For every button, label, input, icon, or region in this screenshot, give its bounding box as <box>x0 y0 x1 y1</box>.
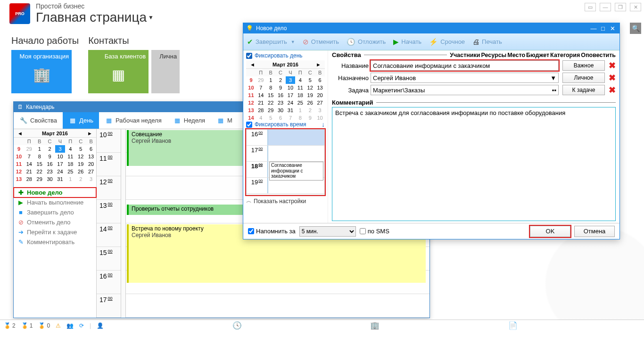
play-icon: ▶ <box>393 38 399 46</box>
lightbulb-icon: 💡 <box>246 25 253 32</box>
remind-checkbox[interactable]: Напомнить за <box>248 228 296 235</box>
schedule-event[interactable]: Согласование информации с заказчиком <box>269 162 323 181</box>
next-month-icon[interactable]: ► <box>85 131 94 136</box>
prev-month-icon[interactable]: ◄ <box>16 131 25 136</box>
dlg-minimize-icon[interactable]: — <box>589 25 598 32</box>
chevron-down-icon[interactable]: ▼ <box>550 74 556 82</box>
show-settings-toggle[interactable]: ︿Показать настройки <box>246 197 325 205</box>
fix-time-checkbox[interactable]: Фиксировать время↓ <box>246 121 325 128</box>
action-comment[interactable]: ✎Комментировать <box>14 237 96 247</box>
assigned-label: Назначено <box>332 74 369 82</box>
comment-textarea[interactable]: Встреча с заказчиком для согласования ин… <box>332 107 616 221</box>
action-cancel[interactable]: ⊘Отменить дело <box>14 217 96 227</box>
to-task-button[interactable]: К задаче <box>562 85 605 95</box>
prev-month-icon[interactable]: ◄ <box>248 62 257 67</box>
app-logo-icon: PRO <box>9 3 30 24</box>
app-header: PRO Простой бизнес Главная страница▼ <box>9 2 154 25</box>
search-icon[interactable]: 🔍 <box>630 23 641 34</box>
status-badge-green[interactable]: 🏅2 <box>4 322 16 329</box>
status-warning-icon[interactable]: ⚠ <box>56 322 61 329</box>
next-month-icon[interactable]: ► <box>314 62 323 67</box>
action-new-task[interactable]: ✚Новое дело <box>14 188 96 197</box>
medal-icon: 🏅 <box>21 322 28 329</box>
new-task-dialog: 💡Новое дело — □ ✕ ✔Завершить▼ ⊘Отменить … <box>243 23 620 239</box>
mini-calendar[interactable]: ПВСЧПСВ929123456107891011121311141516171… <box>14 138 96 183</box>
status-badge-grey[interactable]: 🏅0 <box>38 322 50 329</box>
building-icon: 🏢 <box>33 66 50 83</box>
day-schedule[interactable]: 1600170018001900 Согласование информации… <box>246 129 325 195</box>
name-input[interactable] <box>371 60 559 71</box>
action-goto-task[interactable]: ➔Перейти к задаче <box>14 227 96 237</box>
tab-notify[interactable]: Оповестить <box>581 52 616 58</box>
personal-button[interactable]: Личное <box>562 73 605 83</box>
status-doc-icon[interactable]: 📄 <box>508 321 518 330</box>
tab-resources[interactable]: Ресурсы <box>481 52 506 58</box>
minimize-icon[interactable]: — <box>600 3 611 11</box>
fix-day-checkbox[interactable]: Фиксировать день <box>246 52 325 59</box>
app-subtitle: Простой бизнес <box>36 2 154 10</box>
important-button[interactable]: Важное <box>562 60 605 71</box>
status-building-icon[interactable]: 🏢 <box>370 321 380 330</box>
remind-select[interactable]: 5 мин. <box>299 226 356 237</box>
status-bar: 🏅2 🏅1 🏅0 ⚠ 👥 ⟳ | 👤 🕓 🏢 📄 <box>0 320 644 331</box>
cancel-button[interactable]: Отмена <box>574 226 615 237</box>
card-my-org[interactable]: Моя организация 🏢 <box>11 50 72 93</box>
tb-week[interactable]: ▦Неделя <box>167 112 211 129</box>
card-clients[interactable]: База клиентов ▦ <box>88 50 149 93</box>
dialog-footer: Напомнить за 5 мин. по SMS OK Отмена <box>243 223 619 239</box>
tab-participants[interactable]: Участники <box>450 52 480 58</box>
action-finish[interactable]: ■Завершить дело <box>14 207 96 217</box>
maximize-icon[interactable]: ❐ <box>615 3 626 11</box>
calendar-title-icon: 🗓 <box>17 104 23 110</box>
clock-icon: 🕓 <box>347 38 355 46</box>
sms-checkbox[interactable]: по SMS <box>360 228 389 235</box>
props-tabs: Участники Ресурсы Место Бюджет Категория… <box>450 52 616 58</box>
week-icon: ▦ <box>173 116 182 125</box>
card-personal[interactable]: Лична <box>151 50 180 93</box>
tb-properties[interactable]: 🔧Свойства <box>14 112 63 129</box>
task-input[interactable]: ▪▪ <box>371 85 559 95</box>
tb-workweek[interactable]: ▦Рабочая неделя <box>99 112 167 129</box>
dlg-mini-calendar[interactable]: ПВСЧПСВ929123456107891011121311141516171… <box>246 69 325 122</box>
app-title[interactable]: Главная страница▼ <box>36 10 154 25</box>
dlg-close-icon[interactable]: ✕ <box>608 25 617 32</box>
browse-icon[interactable]: ▪▪ <box>552 87 556 94</box>
status-person-icon[interactable]: 👤 <box>97 322 104 329</box>
dtb-postpone[interactable]: 🕓Отложить <box>347 38 386 46</box>
comment-header: Комментарий <box>332 99 373 106</box>
section-start-header: Начало работы <box>11 35 79 46</box>
task-label: Задача <box>332 87 369 94</box>
chevron-up-icon: ︿ <box>246 197 252 205</box>
dtb-urgent[interactable]: ⚡Срочное <box>429 38 465 46</box>
clear-important-icon[interactable]: ✖ <box>609 60 616 71</box>
status-refresh-icon[interactable]: ⟳ <box>79 322 84 329</box>
plus-icon: ✚ <box>17 189 24 196</box>
tb-month[interactable]: ▦М <box>211 112 238 129</box>
pencil-icon: ✎ <box>17 238 24 246</box>
tb-day[interactable]: ▦День <box>63 112 99 129</box>
dlg-maximize-icon[interactable]: □ <box>599 25 607 32</box>
marker-column <box>121 129 126 318</box>
action-start[interactable]: ▶Начать выполнение <box>14 197 96 207</box>
ok-button[interactable]: OK <box>530 226 570 237</box>
dtb-finish[interactable]: ✔Завершить▼ <box>247 38 295 46</box>
assigned-input[interactable]: ▼ <box>371 73 559 83</box>
clear-task-icon[interactable]: ✖ <box>609 85 616 95</box>
dlg-month-label: Март 2016 <box>272 62 298 67</box>
tab-budget[interactable]: Бюджет <box>526 52 549 58</box>
clear-personal-icon[interactable]: ✖ <box>609 73 616 83</box>
dtb-print[interactable]: 🖨Печать <box>472 38 502 46</box>
close-icon[interactable]: ✕ <box>630 3 641 11</box>
dtb-cancel[interactable]: ⊘Отменить <box>303 38 339 46</box>
tab-place[interactable]: Место <box>507 52 525 58</box>
status-badge-orange[interactable]: 🏅1 <box>21 322 33 329</box>
dialog-titlebar[interactable]: 💡Новое дело — □ ✕ <box>243 23 619 33</box>
tab-category[interactable]: Категория <box>550 52 580 58</box>
status-clock-icon[interactable]: 🕓 <box>232 321 242 330</box>
dtb-start[interactable]: ▶Начать <box>393 38 421 46</box>
status-users-icon[interactable]: 👥 <box>66 322 74 329</box>
window-layout-icon[interactable]: ▭ <box>585 3 596 11</box>
section-contacts-header: Контакты <box>88 35 180 46</box>
arrow-down-icon: ↓ <box>322 121 325 128</box>
props-header: Свойства <box>332 51 361 58</box>
